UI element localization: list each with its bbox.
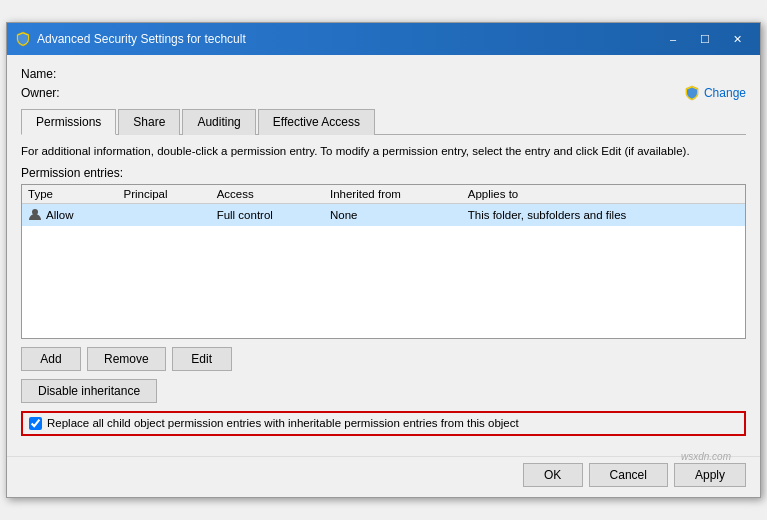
replace-label: Replace all child object permission entr… xyxy=(47,417,519,429)
edit-button[interactable]: Edit xyxy=(172,347,232,371)
owner-row: Owner: Change xyxy=(21,85,746,101)
cell-principal xyxy=(117,203,210,226)
restore-button[interactable]: ☐ xyxy=(690,29,720,49)
remove-button[interactable]: Remove xyxy=(87,347,166,371)
permission-table-container[interactable]: Type Principal Access Inherited from App… xyxy=(21,184,746,339)
table-header-row: Type Principal Access Inherited from App… xyxy=(22,185,745,204)
tabs-container: Permissions Share Auditing Effective Acc… xyxy=(21,109,746,135)
close-button[interactable]: ✕ xyxy=(722,29,752,49)
replace-checkbox-row: Replace all child object permission entr… xyxy=(21,411,746,436)
owner-label: Owner: xyxy=(21,86,76,100)
col-header-applies-to: Applies to xyxy=(462,185,745,204)
apply-button[interactable]: Apply xyxy=(674,463,746,487)
tab-permissions[interactable]: Permissions xyxy=(21,109,116,135)
title-text: Advanced Security Settings for techcult xyxy=(37,32,246,46)
col-header-principal: Principal xyxy=(117,185,210,204)
user-icon xyxy=(28,207,42,223)
cell-type: Allow xyxy=(22,204,117,226)
col-header-inherited-from: Inherited from xyxy=(324,185,462,204)
title-bar: Advanced Security Settings for techcult … xyxy=(7,23,760,55)
disable-inheritance-button[interactable]: Disable inheritance xyxy=(21,379,157,403)
add-button[interactable]: Add xyxy=(21,347,81,371)
ok-button[interactable]: OK xyxy=(523,463,583,487)
replace-checkbox[interactable] xyxy=(29,417,42,430)
name-row: Name: xyxy=(21,67,746,81)
permission-entries-label: Permission entries: xyxy=(21,166,746,180)
col-header-type: Type xyxy=(22,185,117,204)
col-header-access: Access xyxy=(211,185,324,204)
cell-applies-to: This folder, subfolders and files xyxy=(462,203,745,226)
change-label: Change xyxy=(704,86,746,100)
tab-share-label: Share xyxy=(133,115,165,129)
tab-effective-access-label: Effective Access xyxy=(273,115,360,129)
title-bar-left: Advanced Security Settings for techcult xyxy=(15,31,246,47)
tab-share[interactable]: Share xyxy=(118,109,180,135)
cancel-button[interactable]: Cancel xyxy=(589,463,668,487)
cell-inherited-from: None xyxy=(324,203,462,226)
disable-btn-row: Disable inheritance xyxy=(21,379,746,403)
table-row[interactable]: AllowFull controlNoneThis folder, subfol… xyxy=(22,203,745,226)
change-shield-icon xyxy=(684,85,700,101)
cell-type-text: Allow xyxy=(46,209,73,221)
tab-permissions-label: Permissions xyxy=(36,115,101,129)
change-link[interactable]: Change xyxy=(684,85,746,101)
action-buttons-row: Add Remove Edit xyxy=(21,347,746,371)
info-text: For additional information, double-click… xyxy=(21,143,746,159)
main-window: Advanced Security Settings for techcult … xyxy=(6,22,761,497)
title-controls: – ☐ ✕ xyxy=(658,29,752,49)
permission-table: Type Principal Access Inherited from App… xyxy=(22,185,745,226)
name-label: Name: xyxy=(21,67,76,81)
content-area: Name: Owner: Change Permissions Share xyxy=(7,55,760,455)
minimize-button[interactable]: – xyxy=(658,29,688,49)
window-icon xyxy=(15,31,31,47)
cell-access: Full control xyxy=(211,203,324,226)
tab-auditing-label: Auditing xyxy=(197,115,240,129)
tab-effective-access[interactable]: Effective Access xyxy=(258,109,375,135)
tab-auditing[interactable]: Auditing xyxy=(182,109,255,135)
footer: OK Cancel Apply xyxy=(7,456,760,497)
